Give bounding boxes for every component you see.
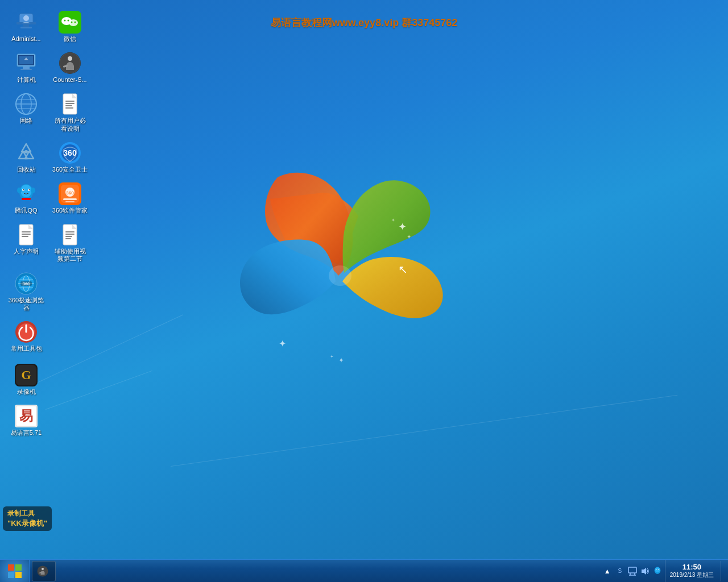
clock-time: 11:50 — [682, 563, 701, 571]
svg-rect-90 — [15, 572, 22, 578]
show-desktop-button[interactable] — [721, 561, 725, 581]
desktop-icon-readme[interactable]: 所有用户必看说明 — [49, 90, 90, 134]
tray-qq-icon[interactable] — [652, 566, 663, 576]
tutorial-icon — [59, 223, 81, 246]
svg-point-11 — [23, 15, 29, 21]
svg-point-17 — [71, 22, 73, 23]
svg-rect-9 — [23, 24, 29, 27]
qq-icon — [15, 182, 38, 205]
eylang-icon: 易 — [15, 405, 38, 427]
desktop-icon-admin[interactable]: Administ... — [6, 9, 47, 45]
network-icon — [15, 93, 38, 115]
svg-rect-22 — [20, 69, 32, 70]
svg-text:360: 360 — [66, 190, 74, 196]
desktop-icon-counter[interactable]: Counter-S... — [49, 49, 90, 86]
svg-rect-21 — [23, 66, 30, 69]
svg-point-26 — [68, 56, 72, 61]
svg-point-50 — [23, 189, 24, 190]
360guard-label: 360安全卫士 — [52, 166, 88, 173]
svg-text:易: 易 — [19, 409, 33, 423]
svg-point-42 — [24, 150, 28, 153]
tray-area: ▲ S — [602, 560, 728, 583]
desktop-icon-qq[interactable]: 腾讯QQ — [6, 180, 47, 217]
svg-rect-68 — [65, 236, 72, 237]
desktop-icon-tutorial[interactable]: 辅助使用视频第二节 — [49, 221, 90, 265]
svg-text:✦: ✦ — [330, 354, 334, 359]
360soft-label: 360软件管家 — [52, 207, 88, 214]
svg-point-104 — [659, 569, 659, 569]
svg-text:G: G — [21, 368, 31, 382]
360soft-icon: 360 — [59, 182, 81, 205]
svg-text:✦: ✦ — [338, 356, 344, 364]
computer-icon — [15, 52, 38, 74]
watermark: 易语言教程网www.eyy8.vip 群33745762 — [271, 16, 457, 30]
svg-point-51 — [29, 189, 30, 190]
tools-icon — [15, 321, 38, 343]
svg-rect-69 — [65, 238, 71, 239]
svg-rect-38 — [65, 107, 73, 109]
desktop-icon-360soft[interactable]: 360 360软件管家 — [49, 180, 90, 217]
svg-rect-35 — [65, 101, 75, 102]
admin-icon — [15, 11, 38, 34]
clock-area[interactable]: 11:50 2019/2/13 星期三 — [665, 560, 718, 583]
svg-rect-36 — [65, 103, 75, 104]
svg-text:360: 360 — [63, 148, 77, 157]
kk-line1: 录制工具 — [7, 509, 47, 518]
svg-point-103 — [656, 569, 656, 569]
svg-rect-37 — [65, 105, 72, 106]
statement-icon — [15, 223, 38, 246]
clock-date: 2019/2/13 星期三 — [670, 571, 714, 579]
tray-icon1[interactable] — [627, 566, 638, 576]
tray-arrow-icon[interactable]: ▲ — [602, 566, 613, 576]
kk-icon: G — [15, 364, 38, 386]
taskbar-task-icon — [37, 566, 48, 577]
svg-rect-88 — [15, 564, 22, 571]
svg-rect-63 — [22, 234, 31, 235]
desktop-icon-kk[interactable]: G 录像机 — [6, 361, 47, 398]
readme-icon — [59, 93, 81, 115]
tutorial-label: 辅助使用视频第二节 — [52, 248, 88, 263]
svg-point-15 — [64, 20, 66, 22]
svg-rect-87 — [8, 564, 14, 571]
recycle-icon — [15, 142, 38, 164]
svg-point-0 — [329, 265, 351, 286]
svg-point-16 — [68, 20, 69, 22]
svg-point-47 — [20, 185, 32, 197]
svg-rect-62 — [22, 231, 31, 232]
counter-icon — [59, 52, 81, 74]
statement-label: 人字声明 — [14, 248, 39, 255]
svg-rect-66 — [65, 231, 75, 232]
kk-recorder-banner: 录制工具 "KK录像机" — [3, 506, 52, 531]
svg-text:360: 360 — [23, 282, 30, 286]
eylang-label: 易语言5.71 — [11, 429, 42, 436]
desktop-icon-360guard[interactable]: 360 360安全卫士 — [49, 139, 90, 176]
svg-point-100 — [655, 567, 660, 572]
taskbar: ▲ S — [0, 559, 728, 582]
svg-rect-89 — [8, 572, 14, 578]
svg-point-52 — [17, 188, 22, 193]
desktop-icon-wechat[interactable]: 微信 — [49, 9, 90, 45]
tools-label: 常用工具包 — [11, 345, 42, 352]
desktop-icon-statement[interactable]: 人字声明 — [6, 221, 47, 265]
desktop-icon-network[interactable]: 网络 — [6, 90, 47, 134]
svg-point-18 — [75, 22, 76, 23]
desktop-icon-eylang[interactable]: 易 易语言5.71 — [6, 402, 47, 439]
qq-label: 腾讯QQ — [15, 207, 37, 214]
desktop-icon-computer[interactable]: 计算机 — [6, 49, 47, 86]
browser360-icon: 360 — [15, 272, 38, 295]
deco-line-3 — [171, 395, 677, 467]
svg-text:✦: ✦ — [391, 218, 395, 223]
start-button[interactable] — [0, 560, 30, 583]
desktop-icon-browser360[interactable]: 360 360极速浏览器 — [6, 270, 47, 314]
taskbar-task[interactable] — [32, 561, 56, 581]
svg-point-92 — [42, 568, 44, 570]
svg-text:✦: ✦ — [279, 339, 286, 348]
svg-rect-59 — [63, 198, 77, 200]
desktop-icons: Administ... 微信 — [3, 6, 93, 442]
readme-label: 所有用户必看说明 — [52, 117, 88, 132]
desktop-icon-recycle[interactable]: 回收站 — [6, 139, 47, 176]
desktop-icon-tools[interactable]: 常用工具包 — [6, 318, 47, 355]
tray-s-icon: S — [615, 566, 625, 576]
svg-rect-60 — [65, 201, 75, 202]
tray-speaker-icon[interactable] — [640, 566, 650, 576]
